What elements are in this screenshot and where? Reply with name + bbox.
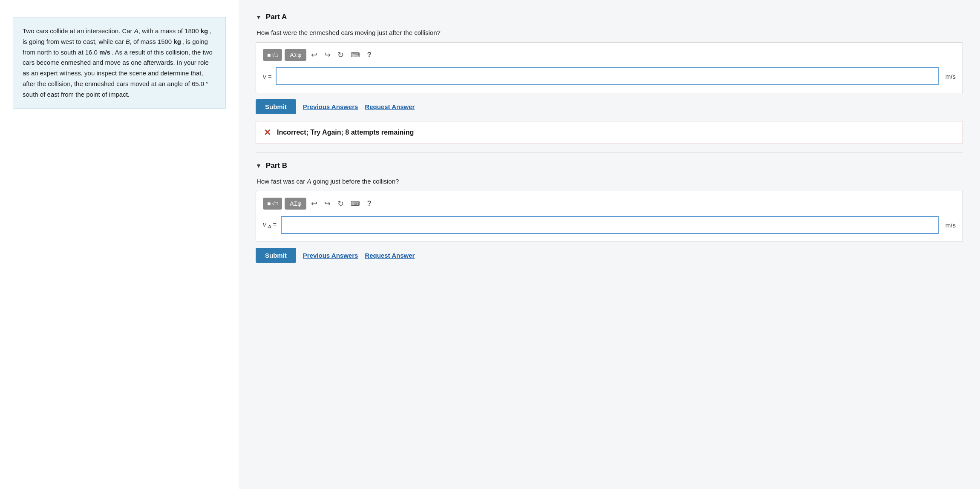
part-a-input-container: ■ √□ AΣφ ↩ ↪ ↻ ⌨ ? v = m/s — [256, 42, 963, 93]
part-a-keyboard-button[interactable]: ⌨ — [349, 49, 362, 60]
part-b-title: Part B — [266, 161, 287, 170]
part-a-unit: m/s — [945, 73, 956, 80]
part-b-keyboard-button[interactable]: ⌨ — [349, 198, 362, 209]
part-a-error-icon: ✕ — [264, 127, 271, 138]
part-b-submit-button[interactable]: Submit — [256, 248, 296, 263]
part-a-collapse-arrow[interactable]: ▼ — [256, 14, 262, 20]
section-divider — [256, 152, 963, 153]
part-b-answer-input[interactable] — [281, 216, 939, 234]
part-b-input-label: v A = — [263, 221, 277, 229]
part-b-question: How fast was car A going just before the… — [256, 178, 963, 185]
part-b-sqrt-label: √□ — [272, 201, 278, 207]
part-a-question: How fast were the enmeshed cars moving j… — [256, 29, 963, 36]
part-b-input-row: v A = m/s — [263, 216, 956, 234]
part-a-symbol-button[interactable]: AΣφ — [285, 49, 306, 61]
part-b-sqrt-button[interactable]: ■ √□ — [263, 198, 282, 210]
part-b-header: ▼ Part B — [256, 161, 963, 170]
part-a-symbol-label: AΣφ — [290, 52, 301, 58]
part-a-error-box: ✕ Incorrect; Try Again; 8 attempts remai… — [256, 121, 963, 144]
part-b-action-row: Submit Previous Answers Request Answer — [256, 248, 963, 263]
part-b-previous-answers-button[interactable]: Previous Answers — [303, 252, 358, 259]
part-b-refresh-button[interactable]: ↻ — [335, 197, 346, 210]
problem-text: Two cars collide at an intersection. Car… — [23, 26, 216, 100]
part-a-header: ▼ Part A — [256, 13, 963, 21]
part-b-undo-button[interactable]: ↩ — [309, 197, 320, 210]
part-a-submit-button[interactable]: Submit — [256, 99, 296, 114]
part-b-toolbar: ■ √□ AΣφ ↩ ↪ ↻ ⌨ ? — [263, 197, 956, 210]
part-a-error-text: Incorrect; Try Again; 8 attempts remaini… — [277, 129, 414, 136]
part-b-symbol-button[interactable]: AΣφ — [285, 198, 306, 210]
part-a-input-row: v = m/s — [263, 67, 956, 85]
part-b-collapse-arrow[interactable]: ▼ — [256, 162, 262, 169]
part-a-sqrt-icon: ■ — [267, 52, 271, 58]
part-a-action-row: Submit Previous Answers Request Answer — [256, 99, 963, 114]
part-b-input-container: ■ √□ AΣφ ↩ ↪ ↻ ⌨ ? v A = m/s — [256, 191, 963, 242]
problem-box: Two cars collide at an intersection. Car… — [13, 17, 226, 109]
part-a-redo-button[interactable]: ↪ — [322, 49, 333, 61]
part-b-sqrt-icon: ■ — [267, 200, 271, 207]
part-a-sqrt-button[interactable]: ■ √□ — [263, 49, 282, 61]
part-b-request-answer-button[interactable]: Request Answer — [365, 252, 415, 259]
part-b-help-button[interactable]: ? — [365, 198, 373, 210]
part-a-request-answer-button[interactable]: Request Answer — [365, 103, 415, 110]
part-a-title: Part A — [266, 13, 287, 21]
left-panel: Two cars collide at an intersection. Car… — [0, 0, 239, 489]
part-a-answer-input[interactable] — [276, 67, 938, 85]
part-a-undo-button[interactable]: ↩ — [309, 49, 320, 61]
part-a-sqrt-label: √□ — [272, 52, 278, 58]
part-b-symbol-label: AΣφ — [290, 200, 301, 207]
part-a-input-label: v = — [263, 73, 271, 80]
part-a-refresh-button[interactable]: ↻ — [335, 49, 346, 61]
part-b-section: ▼ Part B How fast was car A going just b… — [256, 161, 963, 263]
part-a-help-button[interactable]: ? — [365, 49, 373, 61]
part-b-unit: m/s — [945, 221, 956, 229]
part-b-redo-button[interactable]: ↪ — [322, 197, 333, 210]
right-panel: ▼ Part A How fast were the enmeshed cars… — [239, 0, 980, 489]
part-a-section: ▼ Part A How fast were the enmeshed cars… — [256, 13, 963, 144]
part-a-toolbar: ■ √□ AΣφ ↩ ↪ ↻ ⌨ ? — [263, 49, 956, 61]
part-a-previous-answers-button[interactable]: Previous Answers — [303, 103, 358, 110]
